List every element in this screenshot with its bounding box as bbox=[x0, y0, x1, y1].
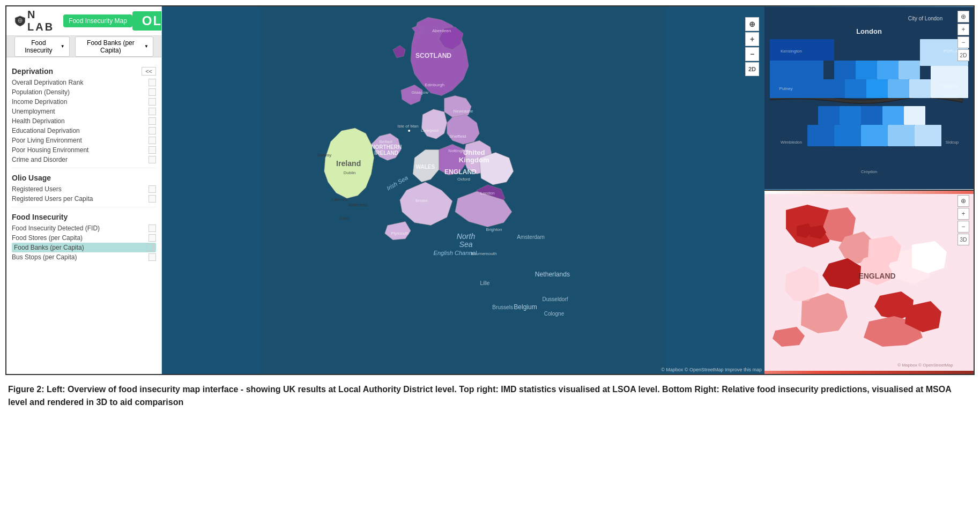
svg-rect-50 bbox=[861, 106, 882, 125]
svg-rect-39 bbox=[834, 61, 856, 79]
food-insecurity-map-button[interactable]: Food Insecurity Map bbox=[63, 14, 132, 27]
top-panel-zoom-in-btn[interactable]: + bbox=[957, 24, 969, 35]
sidebar-item-registered-users-capita[interactable]: Registered Users per Capita bbox=[12, 194, 156, 204]
sidebar-item-unemployment[interactable]: Unemployment bbox=[12, 107, 156, 116]
map-2d-button[interactable]: 2D bbox=[745, 62, 759, 76]
red-food-insecurity-map[interactable]: ENGLAND © Mapbox © OpenStreetMap ⊕ + − 3… bbox=[764, 191, 974, 374]
olio-usage-label: Olio Usage bbox=[12, 174, 51, 182]
main-map-area[interactable]: SCOTLAND ENGLAND WALES NORTHERN IRELAND … bbox=[162, 6, 764, 374]
bottom-panel-3d-btn[interactable]: 3D bbox=[957, 234, 969, 245]
checkbox-population[interactable] bbox=[149, 88, 156, 96]
svg-text:Dublin: Dublin bbox=[344, 170, 356, 175]
scotland-label: SCOTLAND bbox=[415, 52, 451, 59]
nlab-shield-icon bbox=[14, 13, 26, 28]
food-insecurity-dropdown[interactable]: Food Insecurity bbox=[14, 36, 70, 57]
svg-rect-59 bbox=[861, 125, 888, 146]
sidebar-item-crime[interactable]: Crime and Disorder bbox=[12, 155, 156, 164]
svg-text:Kingdom: Kingdom bbox=[459, 156, 489, 164]
svg-text:Limerick: Limerick bbox=[332, 197, 348, 202]
blue-imd-map[interactable]: City of London London Kensington POPLAR … bbox=[764, 6, 974, 190]
svg-rect-57 bbox=[807, 125, 834, 146]
england-label: ENGLAND bbox=[444, 168, 477, 176]
bottom-right-panel[interactable]: ENGLAND © Mapbox © OpenStreetMap ⊕ + − 3… bbox=[764, 191, 974, 374]
svg-text:Plymouth: Plymouth bbox=[391, 231, 409, 236]
svg-text:Sheffield: Sheffield bbox=[449, 134, 466, 139]
checkbox-unemployment[interactable] bbox=[149, 108, 156, 115]
map-controls: ⊕ + − 2D bbox=[745, 17, 759, 76]
svg-text:Lille: Lille bbox=[480, 280, 489, 286]
top-right-panel[interactable]: City of London London Kensington POPLAR … bbox=[764, 6, 974, 191]
bottom-panel-controls: ⊕ + − 3D bbox=[957, 195, 969, 245]
food-banks-dropdown[interactable]: Food Banks (per Capita) bbox=[75, 36, 153, 57]
checkbox-fid[interactable] bbox=[149, 224, 156, 232]
sidebar-item-population[interactable]: Population (Density) bbox=[12, 87, 156, 97]
svg-text:Edinburgh: Edinburgh bbox=[425, 83, 444, 87]
sidebar-item-registered-users[interactable]: Registered Users bbox=[12, 184, 156, 194]
sidebar-item-housing[interactable]: Poor Housing Environment bbox=[12, 145, 156, 155]
checkbox-overall-deprivation[interactable] bbox=[149, 79, 156, 86]
sidebar-item-overall-deprivation[interactable]: Overall Deprivation Rank bbox=[12, 78, 156, 87]
food-insecurity-sidebar-label: Food Insecurity bbox=[12, 213, 68, 221]
svg-text:Glasgow: Glasgow bbox=[412, 90, 429, 95]
svg-text:Cork: Cork bbox=[340, 216, 350, 221]
food-insecurity-map-svg: ENGLAND © Mapbox © OpenStreetMap bbox=[764, 191, 974, 374]
svg-text:Cologne: Cologne bbox=[544, 311, 565, 317]
checkbox-food-stores[interactable] bbox=[149, 234, 156, 242]
deprivation-header: Deprivation << bbox=[12, 67, 156, 76]
sidebar: N LAB Food Insecurity Map OLIO Food Inse… bbox=[6, 6, 162, 374]
checkbox-registered-users-capita[interactable] bbox=[149, 195, 156, 203]
collapse-button[interactable]: << bbox=[142, 67, 156, 76]
main-map[interactable]: SCOTLAND ENGLAND WALES NORTHERN IRELAND … bbox=[162, 6, 764, 374]
olio-logo: OLIO bbox=[132, 11, 162, 31]
sidebar-item-educational[interactable]: Educational Deprivation bbox=[12, 126, 156, 136]
svg-text:Netherlands: Netherlands bbox=[535, 271, 570, 278]
checkbox-health[interactable] bbox=[149, 117, 156, 125]
ni-label: NORTHERN bbox=[371, 144, 402, 150]
svg-text:Belfast: Belfast bbox=[379, 139, 392, 144]
bottom-panel-locate-btn[interactable]: ⊕ bbox=[957, 195, 969, 207]
map-locate-button[interactable]: ⊕ bbox=[745, 17, 759, 31]
sidebar-item-food-stores[interactable]: Food Stores (per Capita) bbox=[12, 233, 156, 243]
map-zoom-in-button[interactable]: + bbox=[745, 32, 759, 46]
main-container: N LAB Food Insecurity Map OLIO Food Inse… bbox=[5, 5, 975, 375]
sidebar-item-bus-stops[interactable]: Bus Stops (per Capita) bbox=[12, 252, 156, 262]
checkbox-living[interactable] bbox=[149, 137, 156, 144]
checkbox-registered-users[interactable] bbox=[149, 185, 156, 193]
svg-rect-46 bbox=[888, 79, 909, 98]
top-panel-2d-btn[interactable]: 2D bbox=[957, 49, 969, 61]
uk-map-svg: SCOTLAND ENGLAND WALES NORTHERN IRELAND … bbox=[162, 6, 764, 374]
checkbox-housing[interactable] bbox=[149, 146, 156, 154]
sidebar-item-health[interactable]: Health Deprivation bbox=[12, 116, 156, 126]
checkbox-educational[interactable] bbox=[149, 127, 156, 134]
divider-1 bbox=[12, 168, 156, 168]
checkbox-income[interactable] bbox=[149, 98, 156, 106]
checkbox-crime[interactable] bbox=[149, 156, 156, 163]
svg-text:Dusseldorf: Dusseldorf bbox=[542, 296, 568, 302]
top-panel-zoom-out-btn[interactable]: − bbox=[957, 36, 969, 48]
svg-rect-56 bbox=[931, 66, 968, 98]
food-insecurity-sidebar-header: Food Insecurity bbox=[12, 213, 156, 221]
svg-text:IRELAND: IRELAND bbox=[374, 150, 398, 156]
checkbox-bus-stops[interactable] bbox=[149, 253, 156, 261]
north-sea-label: North bbox=[457, 232, 476, 241]
svg-rect-52 bbox=[904, 106, 925, 125]
svg-rect-58 bbox=[834, 125, 861, 146]
bottom-panel-zoom-in-btn[interactable]: + bbox=[957, 208, 969, 220]
checkbox-food-banks[interactable] bbox=[146, 244, 154, 251]
svg-rect-60 bbox=[888, 125, 915, 146]
top-panel-locate-btn[interactable]: ⊕ bbox=[957, 11, 969, 23]
svg-text:London: London bbox=[480, 191, 495, 196]
svg-text:ENGLAND: ENGLAND bbox=[858, 272, 895, 280]
bottom-panel-zoom-out-btn[interactable]: − bbox=[957, 221, 969, 233]
sidebar-item-food-banks[interactable]: Food Banks (per Capita) bbox=[12, 243, 156, 252]
nlab-logo: N LAB bbox=[14, 9, 58, 33]
caption-text: Figure 2: Left: Overview of food insecur… bbox=[8, 385, 951, 407]
sidebar-item-income[interactable]: Income Deprivation bbox=[12, 97, 156, 107]
sidebar-item-living[interactable]: Poor Living Environment bbox=[12, 136, 156, 145]
svg-text:Putney: Putney bbox=[779, 86, 793, 91]
map-zoom-out-button[interactable]: − bbox=[745, 47, 759, 61]
svg-text:TILBURY: TILBURY bbox=[940, 84, 959, 88]
sidebar-item-fid[interactable]: Food Insecurity Detected (FID) bbox=[12, 223, 156, 233]
svg-rect-47 bbox=[909, 79, 931, 98]
svg-text:Sea: Sea bbox=[459, 240, 472, 249]
